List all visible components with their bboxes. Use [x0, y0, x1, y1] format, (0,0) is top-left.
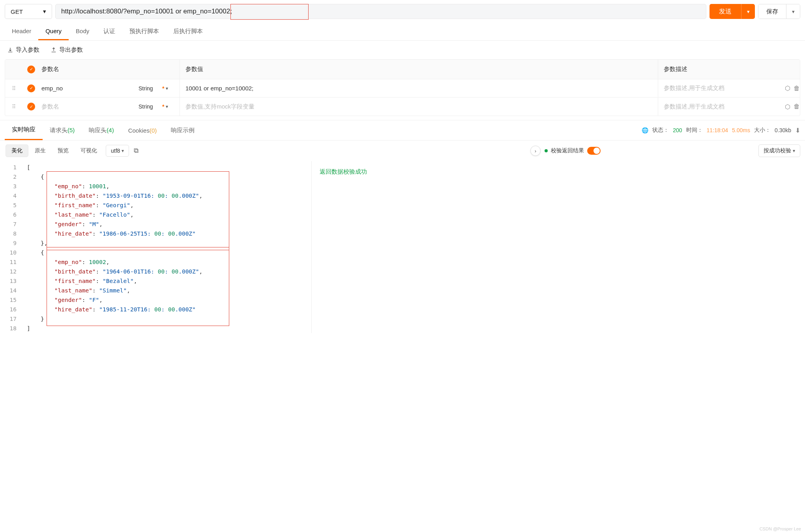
- param-table: ✓ 参数名 参数值 参数描述 ⠿ ✓ emp_no String *▾ 1000…: [5, 59, 800, 116]
- save-button[interactable]: 保存: [758, 4, 786, 19]
- response-toolbar: 美化 原生 预览 可视化 utf8▾ ⧉ › 校验返回结果 按成功校验 ▾: [0, 140, 805, 161]
- validate-by-select[interactable]: 按成功校验 ▾: [758, 144, 800, 157]
- view-preview[interactable]: 预览: [52, 145, 74, 157]
- status-code: 200: [673, 127, 682, 133]
- code-area[interactable]: 123456789101112131415161718 [ { "emp_no"…: [0, 161, 312, 333]
- copy-icon[interactable]: ⧉: [134, 147, 139, 155]
- tab-postscript[interactable]: 后执行脚本: [166, 23, 210, 40]
- param-value-input[interactable]: 参数值,支持mock字段变量: [180, 97, 658, 116]
- param-name-input[interactable]: 参数名: [40, 103, 139, 111]
- required-icon: *: [162, 103, 164, 110]
- param-name-input[interactable]: emp_no: [40, 85, 139, 92]
- header-desc: 参数描述: [658, 60, 800, 79]
- rtab-cookies[interactable]: Cookies(0): [121, 122, 164, 139]
- tab-body[interactable]: Body: [69, 23, 96, 40]
- validate-toggle[interactable]: [587, 147, 601, 155]
- send-button[interactable]: 发送: [710, 4, 741, 19]
- param-desc-cell: 参数描述,用于生成文档 ⬡ 🗑: [658, 97, 800, 116]
- chevron-right-icon[interactable]: ›: [530, 146, 541, 156]
- response-tabs: 实时响应 请求头(5) 响应头(4) Cookies(0) 响应示例 🌐 状态：…: [0, 120, 805, 140]
- method-value: GET: [11, 8, 23, 15]
- param-actions: 导入参数 导出参数: [0, 41, 805, 59]
- check[interactable]: ✓: [27, 103, 35, 111]
- rtab-realtime[interactable]: 实时响应: [5, 120, 43, 140]
- status-dot-icon: [545, 149, 548, 152]
- validation-result: 返回数据校验成功: [312, 161, 805, 333]
- param-type: String: [139, 85, 162, 92]
- url-value: http://localhost:8080/?emp_no=10001 or e…: [61, 7, 232, 15]
- chevron-down-icon: ▾: [122, 148, 124, 154]
- param-type: String: [139, 103, 162, 110]
- rtab-resp-headers[interactable]: 响应头(4): [82, 121, 121, 140]
- globe-icon: 🌐: [642, 127, 648, 133]
- rtab-req-headers[interactable]: 请求头(5): [43, 121, 82, 140]
- param-value-input[interactable]: 10001 or emp_no=10002;: [180, 79, 658, 97]
- param-desc-input[interactable]: 参数描述,用于生成文档: [664, 84, 782, 92]
- tab-query[interactable]: Query: [38, 23, 69, 40]
- delete-icon[interactable]: 🗑: [794, 85, 800, 92]
- send-dropdown[interactable]: ▾: [741, 4, 755, 19]
- cube-icon[interactable]: ⬡: [785, 103, 790, 111]
- header-name: 参数名: [40, 66, 139, 73]
- view-raw[interactable]: 原生: [29, 145, 51, 157]
- param-row: ⠿ ✓ 参数名 String *▾ 参数值,支持mock字段变量 参数描述,用于…: [5, 97, 800, 116]
- tab-auth[interactable]: 认证: [96, 23, 122, 40]
- required-icon: *: [162, 85, 164, 92]
- export-params[interactable]: 导出参数: [51, 46, 83, 54]
- chevron-down-icon[interactable]: ▾: [166, 86, 168, 91]
- send-button-group: 发送 ▾: [710, 4, 755, 19]
- save-dropdown[interactable]: ▾: [786, 4, 800, 19]
- view-pretty[interactable]: 美化: [6, 144, 28, 157]
- view-visual[interactable]: 可视化: [75, 145, 103, 157]
- chevron-down-icon: ▾: [43, 8, 46, 15]
- download-icon: [7, 47, 13, 53]
- param-desc-cell: 参数描述,用于生成文档 ⬡ 🗑: [658, 79, 800, 97]
- chevron-down-icon[interactable]: ▾: [166, 104, 168, 109]
- response-body: 123456789101112131415161718 [ { "emp_no"…: [0, 161, 805, 333]
- drag-handle-icon[interactable]: ⠿: [5, 85, 22, 92]
- tab-prescript[interactable]: 预执行脚本: [122, 23, 166, 40]
- check[interactable]: ✓: [27, 84, 35, 92]
- annotation-box: [230, 4, 309, 20]
- param-row: ⠿ ✓ emp_no String *▾ 10001 or emp_no=100…: [5, 79, 800, 97]
- tab-header[interactable]: Header: [5, 23, 38, 40]
- delete-icon[interactable]: 🗑: [794, 103, 800, 110]
- encoding-select[interactable]: utf8▾: [106, 145, 129, 157]
- code-content: [ { "emp_no": 10001, "birth_date": "1953…: [27, 161, 311, 333]
- validate-block: › 校验返回结果: [530, 146, 601, 156]
- check-all[interactable]: ✓: [27, 66, 35, 73]
- rtab-example[interactable]: 响应示例: [164, 121, 202, 140]
- response-status: 🌐 状态： 200 时间： 11:18:04 5.00ms 大小： 0.30kb…: [642, 127, 800, 134]
- save-button-group: 保存 ▾: [758, 4, 800, 19]
- cube-icon[interactable]: ⬡: [785, 84, 790, 92]
- time-value: 11:18:04: [707, 127, 728, 133]
- validate-label: 校验返回结果: [551, 147, 584, 154]
- line-gutter: 123456789101112131415161718: [0, 161, 27, 333]
- size-value: 0.30kb: [775, 127, 791, 133]
- request-bar: GET ▾ http://localhost:8080/?emp_no=1000…: [0, 0, 805, 23]
- duration: 5.00ms: [732, 127, 750, 133]
- url-input[interactable]: http://localhost:8080/?emp_no=10001 or e…: [55, 4, 706, 19]
- method-select[interactable]: GET ▾: [5, 4, 52, 19]
- drag-handle-icon[interactable]: ⠿: [5, 103, 22, 110]
- param-desc-input[interactable]: 参数描述,用于生成文档: [664, 103, 782, 111]
- header-value: 参数值: [180, 60, 658, 79]
- download-icon[interactable]: ⬇: [795, 127, 800, 134]
- request-tabs: Header Query Body 认证 预执行脚本 后执行脚本: [0, 23, 805, 41]
- chevron-down-icon: ▾: [793, 148, 795, 154]
- param-header-row: ✓ 参数名 参数值 参数描述: [5, 60, 800, 79]
- upload-icon: [51, 47, 57, 53]
- import-params[interactable]: 导入参数: [7, 46, 39, 54]
